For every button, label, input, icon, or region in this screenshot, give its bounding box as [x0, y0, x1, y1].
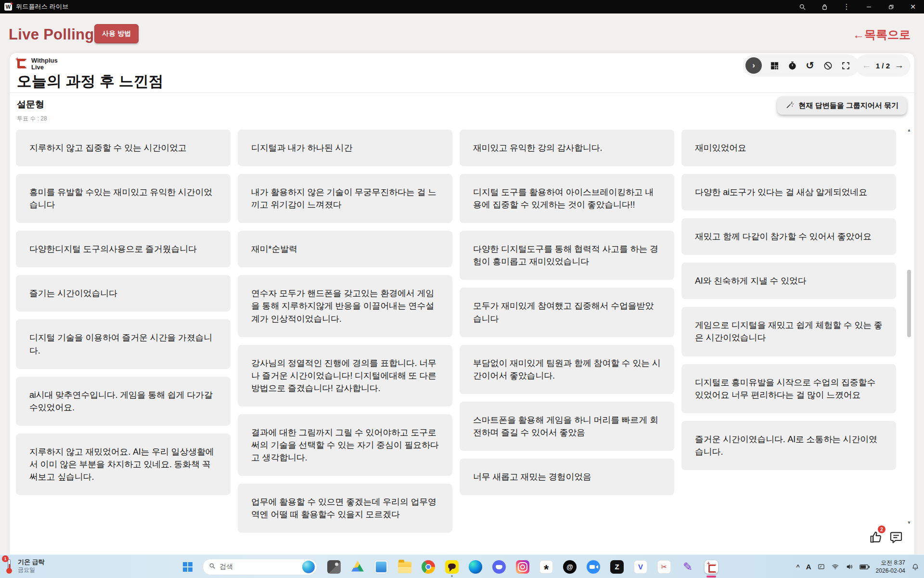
- notification-center-icon[interactable]: [911, 563, 919, 571]
- answer-card[interactable]: 스마트폰을 활용해 게임을 하니 머리를 빠르게 회전하며 즐길 수 있어서 좋…: [460, 402, 674, 451]
- taskbar-app-photo-viewer[interactable]: [327, 556, 341, 578]
- answer-card[interactable]: 디지털 도구를 활용하여 아이스브레이킹하고 내용에 집중할 수 있게하는 것이…: [460, 174, 674, 223]
- clock-time: 오전 8:37: [876, 559, 905, 566]
- qr-code-icon[interactable]: [769, 60, 780, 71]
- wifi-icon[interactable]: [831, 563, 839, 570]
- answer-card[interactable]: 다양한디지털 도구의사용으로 즐거웠습니다: [16, 231, 231, 267]
- taskbar-app-zoom[interactable]: [587, 556, 600, 578]
- taskbar-weather-widget[interactable]: 1 기온 급락 금요일: [4, 557, 45, 575]
- answer-card[interactable]: 다양한 디지털도구를 통해 협력적 사고를 하는 경험이 흥미롭고 재미있었습니…: [460, 231, 674, 280]
- fullscreen-icon[interactable]: [840, 60, 851, 71]
- answer-card[interactable]: 디지털 기술을 이용하여 즐거운 시간을 가졌습니다.: [16, 319, 231, 368]
- ime-language-indicator[interactable]: A: [806, 563, 811, 571]
- answers-scrollbar[interactable]: ▲ ▼: [906, 128, 912, 525]
- answer-card[interactable]: 재미있고 유익한 강의 감사합니다.: [460, 130, 674, 166]
- scroll-up-arrow[interactable]: ▲: [906, 128, 912, 132]
- answer-card[interactable]: 재밌고 함께 다같이 참가할 수 있어서 좋았어요: [681, 218, 896, 255]
- answer-card[interactable]: ai시대 맞추연수입니다. 게임을 통해 쉽게 다가갈 수있었어요.: [16, 377, 231, 426]
- search-highlight-icon: [302, 561, 315, 573]
- start-button[interactable]: [183, 562, 192, 572]
- answers-column-3: 재미있고 유익한 강의 감사합니다.디지털 도구를 활용하여 아이스브레이킹하고…: [460, 130, 674, 533]
- taskbar-clock[interactable]: 오전 8:37 2026-02-04: [876, 559, 905, 574]
- taskbar-app-threads[interactable]: [563, 556, 577, 578]
- taskbar-app-zep[interactable]: [610, 556, 624, 578]
- tray-pen-icon[interactable]: [818, 563, 825, 570]
- collapse-toolbar-button[interactable]: ›: [745, 57, 762, 74]
- taskbar-app-snipping-tool[interactable]: [657, 556, 671, 578]
- taskbar-app-kakaotalk[interactable]: [445, 556, 459, 578]
- taskbar-app-withplus-live[interactable]: [705, 556, 718, 578]
- taskbar: 1 기온 급락 금요일 검색 ^ A: [0, 554, 924, 578]
- answer-card[interactable]: 흥미를 유발할 수있는 재미있고 유익한 시간이었습니다: [16, 174, 231, 223]
- answer-card[interactable]: 즐거운 시간이였습니다. AI로 소통하는 시간이였습니다.: [681, 421, 896, 470]
- answer-card[interactable]: 다양한 ai도구가 있다는 걸 새삼 알게되었네요: [681, 174, 896, 210]
- withplus-logo: + Withplus Live: [16, 56, 58, 70]
- page-navigation: ← 1 / 2 →: [855, 54, 911, 77]
- taskbar-app-vrew[interactable]: [634, 556, 647, 578]
- like-button[interactable]: 2: [869, 530, 883, 544]
- taskbar-app-edge[interactable]: [469, 556, 482, 578]
- page-indicator: 1 / 2: [876, 62, 890, 70]
- answer-card[interactable]: 디지털과 내가 하나된 시간: [238, 130, 452, 166]
- instagram-icon: [516, 560, 529, 574]
- block-icon[interactable]: [822, 60, 833, 71]
- answer-card[interactable]: AI와 친숙하게 지낼 수 있었다: [681, 263, 896, 299]
- tray-overflow-chevron[interactable]: ^: [796, 563, 800, 570]
- answers-grid: 지루하지 않고 집중할 수 있는 시간이었고흥미를 유발할 수있는 재미있고 유…: [16, 130, 897, 533]
- restore-button[interactable]: [880, 0, 902, 13]
- discord-icon: [492, 560, 506, 574]
- answer-card[interactable]: 재미있었어요: [681, 130, 896, 166]
- volume-icon[interactable]: [846, 563, 853, 570]
- answer-card[interactable]: 재미*순발력: [238, 231, 452, 267]
- scroll-down-arrow[interactable]: ▼: [906, 520, 912, 525]
- usage-guide-button[interactable]: 사용 방법: [94, 24, 139, 43]
- answer-card[interactable]: 즐기는 시간이었습니다: [16, 275, 231, 312]
- taskbar-search[interactable]: 검색: [203, 559, 317, 575]
- answer-card[interactable]: 너무 새롭고 재밌는 경험이었음: [460, 459, 674, 495]
- answer-card[interactable]: 게임으로 디지털을 재밌고 쉽게 체험할 수 있는 좋은 시간이었습니다: [681, 307, 896, 356]
- extensions-icon[interactable]: [813, 0, 835, 13]
- taskbar-app-chatgpt[interactable]: [539, 556, 553, 578]
- taskbar-app-instagram[interactable]: [516, 556, 529, 578]
- chatgpt-icon: [539, 560, 553, 574]
- page-header: Live Polling 사용 방법 ←목록으로: [0, 13, 924, 53]
- taskbar-app-discord[interactable]: [492, 556, 506, 578]
- comment-button[interactable]: [889, 530, 903, 544]
- back-to-list-link[interactable]: ←목록으로: [853, 27, 911, 42]
- answer-card[interactable]: 모두가 재미있게 참여했고 집중해서 수업을받았습니다: [460, 288, 674, 337]
- vote-count: 투표 수 : 28: [17, 115, 47, 123]
- next-page-arrow[interactable]: →: [895, 60, 904, 71]
- page-title: Live Polling: [9, 26, 94, 43]
- answer-card[interactable]: 부담없이 재미있게 팀원과 함께 참여할 수 있는 시간이어서 좋았습니다.: [460, 345, 674, 394]
- taskbar-app-chrome[interactable]: [422, 556, 435, 578]
- answer-card[interactable]: 내가 활용하지 않은 기술이 무궁무진하다는 걸 느끼고 위기감이 느껴졌다: [238, 174, 452, 223]
- answer-card[interactable]: 지루하지 않고 재밌었어요. AI는 우리 일상생활에서 이미 않은 부분을 차…: [16, 434, 231, 495]
- taskbar-apps: [327, 556, 718, 578]
- withplus-live-icon: [705, 560, 718, 574]
- reset-icon[interactable]: ↺: [805, 60, 815, 71]
- group-answers-button[interactable]: 현재 답변들을 그룹지어서 묶기: [777, 96, 907, 115]
- answers-column-4: 재미있었어요다양한 ai도구가 있다는 걸 새삼 알게되었네요재밌고 함께 다같…: [681, 130, 896, 533]
- close-button[interactable]: ✕: [902, 0, 924, 13]
- answer-card[interactable]: 연수자 모두가 핸드폰을 갖고있는 환경에서 게임을 통해 지루하지않게 반응을…: [238, 275, 452, 337]
- battery-icon[interactable]: [860, 564, 870, 570]
- answer-card[interactable]: 업무에 활용할 수 있으면 좋겠는데 우리의 업무영역엔 어떨 때 활용할수 있…: [238, 484, 452, 533]
- prev-page-arrow[interactable]: ←: [862, 60, 871, 71]
- photos-icon: [374, 560, 388, 574]
- scrollbar-thumb[interactable]: [907, 270, 911, 337]
- search-icon[interactable]: [791, 0, 813, 13]
- vrew-icon: [634, 560, 647, 574]
- answer-card[interactable]: 강사님의 정열적인 진행에 경의를 표합니다. 너무나 즐거운 시간이었습니다!…: [238, 345, 452, 407]
- answer-card[interactable]: 디지털로 흥미유발을 시작으로 수업의 집중할수 있었어요 너무 편리하다는 걸…: [681, 364, 896, 413]
- taskbar-app-photos[interactable]: [374, 556, 388, 578]
- app-window-icon: W: [4, 3, 12, 11]
- minimize-button[interactable]: [858, 0, 880, 13]
- taskbar-app-file-explorer[interactable]: [398, 556, 411, 578]
- taskbar-app-pen-app[interactable]: [681, 556, 694, 578]
- taskbar-app-google-drive[interactable]: [351, 556, 364, 578]
- answer-card[interactable]: 결과에 대한 그림까지 그릴 수 있어야하고 도구로써의 기술을 선택할 수 있…: [238, 414, 452, 476]
- timer-icon[interactable]: [787, 60, 797, 71]
- answer-card[interactable]: 지루하지 않고 집중할 수 있는 시간이었고: [16, 130, 231, 166]
- menu-kebab-icon[interactable]: ⋮: [835, 0, 858, 13]
- pen-app-icon: [681, 560, 694, 574]
